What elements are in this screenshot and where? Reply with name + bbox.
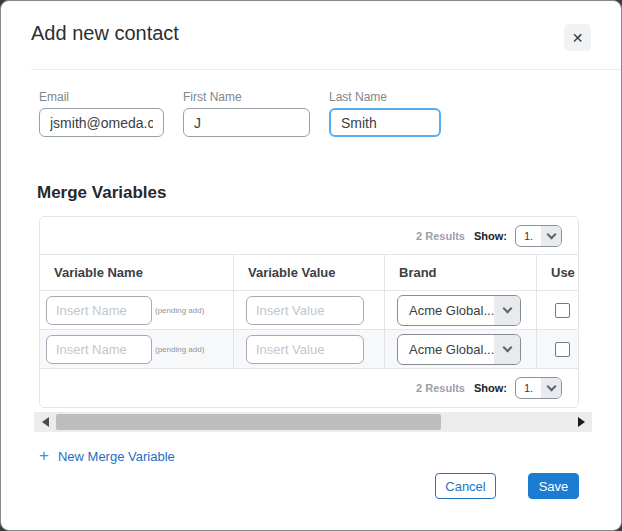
col-variable-name: Variable Name [40, 255, 234, 290]
merge-variables-table: Variable Name Variable Value Brand Use D… [40, 255, 578, 369]
last-name-field-group: Last Name [329, 90, 441, 137]
email-input[interactable] [39, 108, 164, 137]
last-name-label: Last Name [329, 90, 441, 104]
results-count: 2 Results [416, 382, 465, 394]
chevron-down-icon [494, 335, 520, 364]
new-merge-variable-link[interactable]: + New Merge Variable [39, 446, 175, 466]
variable-name-input[interactable] [46, 296, 152, 325]
scrollbar-track[interactable] [49, 412, 578, 432]
pending-add-note: (pending add) [155, 345, 204, 354]
email-field-group: Email [39, 90, 164, 137]
page-size-select[interactable]: 1. [515, 225, 562, 247]
page-size-select[interactable]: 1. [515, 377, 562, 399]
use-default-checkbox[interactable] [555, 342, 570, 357]
first-name-label: First Name [183, 90, 310, 104]
results-count: 2 Results [416, 230, 465, 242]
col-use-default: Use Def [537, 255, 578, 290]
merge-variables-heading: Merge Variables [37, 183, 621, 203]
close-icon: ✕ [572, 30, 584, 46]
table-clip: Variable Name Variable Value Brand Use D… [40, 255, 578, 369]
pagination-bar-top: 2 Results Show: 1. [40, 217, 578, 255]
first-name-field-group: First Name [183, 90, 310, 137]
email-label: Email [39, 90, 164, 104]
scroll-right-icon[interactable] [578, 417, 585, 427]
new-merge-variable-label: New Merge Variable [58, 449, 175, 464]
merge-variables-panel: 2 Results Show: 1. Variable Name Variabl… [39, 216, 579, 408]
page-size-value: 1. [516, 230, 541, 242]
variable-name-input[interactable] [46, 335, 152, 364]
col-brand: Brand [385, 255, 537, 290]
save-button[interactable]: Save [528, 473, 579, 499]
use-default-checkbox[interactable] [555, 303, 570, 318]
brand-select-value: Acme Global... [398, 303, 494, 318]
scrollbar-thumb[interactable] [56, 414, 441, 430]
table-row: (pending add) Acme Global... [40, 330, 578, 369]
add-contact-modal: Add new contact ✕ Email First Name Last … [0, 0, 622, 531]
last-name-input[interactable] [329, 108, 441, 137]
page-size-value: 1. [516, 382, 541, 394]
variable-value-input[interactable] [246, 296, 364, 325]
scroll-left-icon[interactable] [42, 417, 49, 427]
chevron-down-icon [541, 378, 561, 398]
pagination-bar-bottom: 2 Results Show: 1. [40, 369, 578, 407]
chevron-down-icon [541, 226, 561, 246]
variable-value-input[interactable] [246, 335, 364, 364]
table-row: (pending add) Acme Global... [40, 291, 578, 330]
brand-select[interactable]: Acme Global... [397, 295, 521, 326]
brand-select[interactable]: Acme Global... [397, 334, 521, 365]
cancel-button[interactable]: Cancel [435, 473, 496, 499]
show-label: Show: [474, 382, 507, 394]
chevron-down-icon [494, 296, 520, 325]
plus-icon: + [39, 446, 49, 466]
contact-fields: Email First Name Last Name [39, 90, 621, 137]
modal-footer: Cancel Save [435, 473, 579, 499]
close-button[interactable]: ✕ [564, 24, 591, 51]
brand-select-value: Acme Global... [398, 342, 494, 357]
show-label: Show: [474, 230, 507, 242]
table-header-row: Variable Name Variable Value Brand Use D… [40, 255, 578, 291]
modal-header: Add new contact ✕ [1, 1, 621, 69]
first-name-input[interactable] [183, 108, 310, 137]
horizontal-scrollbar[interactable] [34, 412, 592, 432]
col-variable-value: Variable Value [234, 255, 385, 290]
pending-add-note: (pending add) [155, 306, 204, 315]
header-divider [31, 69, 621, 70]
modal-title: Add new contact [31, 22, 179, 45]
